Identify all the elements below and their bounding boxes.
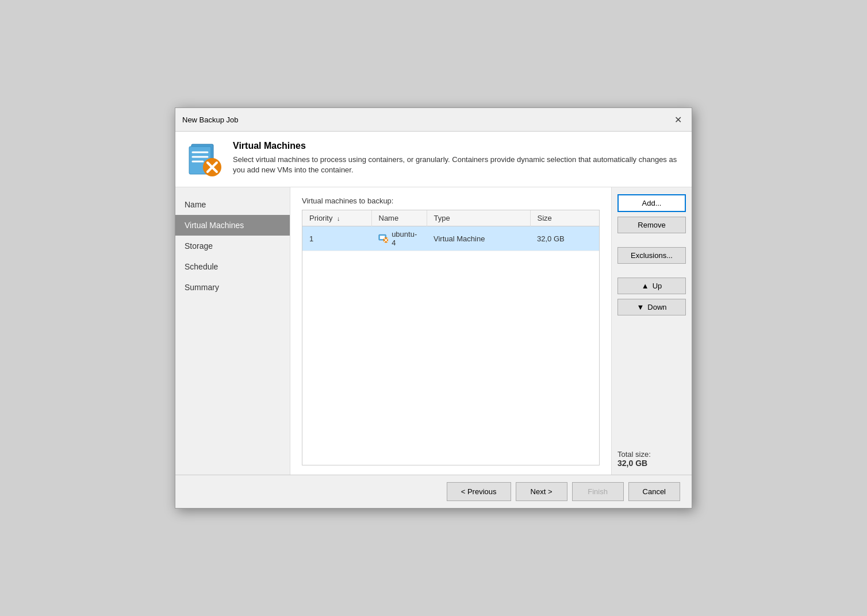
table-label: Virtual machines to backup: [302,197,600,205]
new-backup-job-dialog: New Backup Job ✕ Virtual Machines Selec [175,107,692,509]
header-description: Select virtual machines to process using… [233,155,680,175]
sidebar-item-name[interactable]: Name [175,194,290,215]
previous-button[interactable]: < Previous [447,482,511,501]
cell-size: 32,0 GB [530,226,599,251]
sidebar-item-summary[interactable]: Summary [175,277,290,298]
next-button[interactable]: Next > [516,482,567,501]
header-title: Virtual Machines [233,141,680,151]
sidebar: Name Virtual Machines Storage Schedule S… [175,187,290,475]
close-button[interactable]: ✕ [671,113,685,126]
table-header-row: Priority ↓ Name Type Size [302,210,599,226]
table-row[interactable]: 1 [302,226,599,251]
total-size-section: Total size: 32,0 GB [617,445,686,468]
dialog-title: New Backup Job [182,116,239,124]
down-arrow-icon: ▼ [636,303,644,311]
title-bar: New Backup Job ✕ [175,108,692,132]
vm-name-cell: ubuntu-4 [378,230,420,247]
header-section: Virtual Machines Select virtual machines… [175,132,692,187]
sidebar-item-storage[interactable]: Storage [175,236,290,256]
down-button[interactable]: ▼ Down [617,299,686,315]
sort-arrow-priority: ↓ [337,215,340,222]
sidebar-item-virtual-machines[interactable]: Virtual Machines [175,215,290,236]
right-panel: Add... Remove Exclusions... ▲ Up ▼ Down … [611,187,692,475]
vm-table-container: Priority ↓ Name Type Size [302,210,600,465]
sidebar-item-schedule[interactable]: Schedule [175,256,290,277]
col-type[interactable]: Type [427,210,530,226]
total-size-value: 32,0 GB [617,459,686,468]
header-text: Virtual Machines Select virtual machines… [233,141,680,175]
col-size[interactable]: Size [530,210,599,226]
col-priority[interactable]: Priority ↓ [302,210,371,226]
cancel-button[interactable]: Cancel [628,482,680,501]
cell-name: ubuntu-4 [371,226,427,251]
cell-type: Virtual Machine [427,226,530,251]
cell-priority: 1 [302,226,371,251]
vm-table: Priority ↓ Name Type Size [302,210,599,251]
add-button[interactable]: Add... [617,194,686,212]
total-size-label: Total size: [617,450,686,459]
up-arrow-icon: ▲ [642,282,649,290]
vm-icon [187,141,224,178]
vm-type-icon [378,233,388,244]
exclusions-button[interactable]: Exclusions... [617,247,686,264]
main-content: Name Virtual Machines Storage Schedule S… [175,187,692,475]
up-button[interactable]: ▲ Up [617,278,686,294]
finish-button[interactable]: Finish [572,482,624,501]
remove-button[interactable]: Remove [617,217,686,233]
content-area: Virtual machines to backup: Priority ↓ N… [290,187,611,475]
footer: < Previous Next > Finish Cancel [175,475,692,508]
col-name[interactable]: Name [371,210,427,226]
